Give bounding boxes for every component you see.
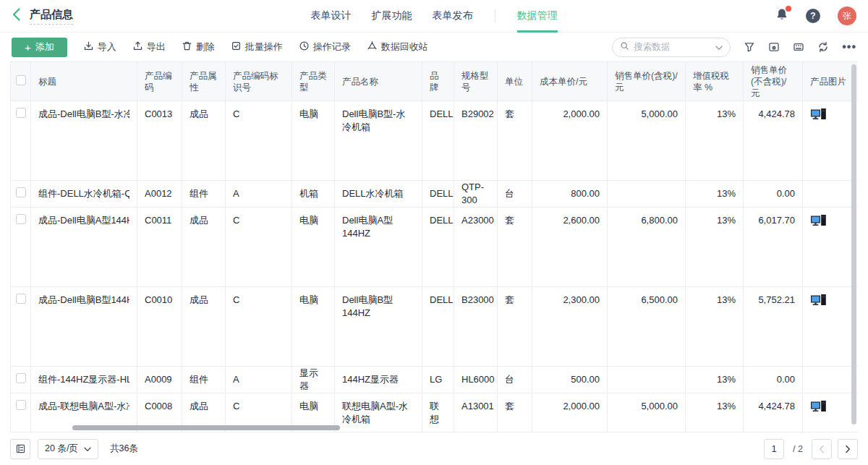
col-header-spec-model: 规格型号 <box>454 62 498 101</box>
more-button[interactable]: ••• <box>842 41 856 53</box>
cell-product-name: 144HZ显示器 <box>335 367 422 393</box>
product-image-thumbnail[interactable] <box>810 294 827 308</box>
plus-icon: + <box>25 42 31 53</box>
col-header-product-image: 产品图片 <box>803 62 859 101</box>
select-all-checkbox[interactable] <box>16 75 26 85</box>
cell-product-type: 电脑 <box>292 101 335 181</box>
topbar-left: 产品信息 <box>12 7 185 25</box>
product-image-thumbnail[interactable] <box>810 108 827 122</box>
pagination-left: 20 条/页 共36条 <box>10 439 138 459</box>
cell-unit: 套 <box>498 208 532 287</box>
notification-badge <box>786 6 791 12</box>
top-bar: 产品信息 表单设计 扩展功能 表单发布 数据管理 ? 张 <box>0 0 868 33</box>
refresh-icon <box>817 41 829 53</box>
refresh-button[interactable] <box>817 41 829 53</box>
filter-button[interactable] <box>744 41 755 53</box>
table-row[interactable]: 组件-144HZ显示器-HL6000 A0009 组件 A 显示器 144HZ显… <box>11 367 859 393</box>
cell-price-excl-tax: 0.00 <box>744 367 803 393</box>
horizontal-scrollbar[interactable] <box>72 425 340 430</box>
cell-cost-price: 2,000.00 <box>532 101 608 181</box>
cell-product-image <box>803 287 859 367</box>
search-dropdown-chevron-icon[interactable] <box>715 40 723 54</box>
clock-icon <box>299 40 310 54</box>
product-image-thumbnail[interactable] <box>810 214 827 229</box>
toolbar-right: ••• <box>612 38 856 57</box>
table-style-button[interactable] <box>793 41 804 53</box>
table-row[interactable]: 组件-DELL水冷机箱-QTP-3... A0012 组件 A 机箱 DELL水… <box>11 181 859 208</box>
chevron-down-icon <box>84 444 91 454</box>
recycle-bin-button[interactable]: 数据回收站 <box>367 40 428 54</box>
cell-price-excl-tax: 5,752.21 <box>744 287 803 367</box>
cell-price-excl-tax: 6,017.70 <box>744 208 803 287</box>
table-row[interactable]: 成品-Dell电脑B型144HZ-B... C0010 成品 C 电脑 Dell… <box>11 287 859 367</box>
col-header-brand: 品牌 <box>422 62 454 101</box>
operation-history-button[interactable]: 操作记录 <box>299 40 351 54</box>
current-page-input[interactable] <box>764 439 784 459</box>
batch-check-icon <box>231 40 242 54</box>
cell-unit: 套 <box>498 393 532 433</box>
row-checkbox[interactable] <box>16 400 26 410</box>
delete-button[interactable]: 删除 <box>182 40 215 54</box>
cell-brand: DELL <box>422 181 454 208</box>
avatar[interactable]: 张 <box>838 7 856 25</box>
table-row[interactable]: 成品-Dell电脑B型-水冷机... C0013 成品 C 电脑 Dell电脑B… <box>11 101 859 181</box>
tab-form-design[interactable]: 表单设计 <box>311 0 352 33</box>
back-button[interactable] <box>12 7 21 25</box>
col-header-unit: 单位 <box>498 62 532 101</box>
add-button[interactable]: + 添加 <box>12 38 67 57</box>
product-image-thumbnail[interactable] <box>810 400 827 414</box>
row-height-settings-button[interactable] <box>10 439 30 459</box>
search-input[interactable] <box>634 42 711 52</box>
page-size-select[interactable]: 20 条/页 <box>38 439 98 459</box>
cell-spec-model: HL6000 <box>454 367 498 393</box>
col-header-vat-rate: 增值税税率 % <box>686 62 744 101</box>
help-button[interactable]: ? <box>806 9 820 23</box>
display-fields-button[interactable] <box>768 41 780 53</box>
cell-product-code: A0009 <box>137 367 182 393</box>
row-checkbox-cell <box>11 393 31 433</box>
row-checkbox[interactable] <box>16 187 26 197</box>
prev-page-button[interactable] <box>812 439 832 459</box>
app-window: 产品信息 表单设计 扩展功能 表单发布 数据管理 ? 张 + 添加 <box>0 0 868 465</box>
pagination-bar: 20 条/页 共36条 / 2 <box>0 432 868 465</box>
row-checkbox-cell <box>11 208 31 287</box>
toolbar: + 添加 导入 导出 删除 批量操作 <box>0 33 868 61</box>
cell-vat-rate: 13% <box>686 181 744 208</box>
table-row[interactable]: 成品-Dell电脑A型144HZ-A... C0011 成品 C 电脑 Dell… <box>11 208 859 287</box>
chevron-left-icon <box>819 445 825 453</box>
total-records-label: 共36条 <box>110 443 138 455</box>
col-header-product-type: 产品类型 <box>292 62 335 101</box>
import-button[interactable]: 导入 <box>83 40 116 54</box>
tab-form-publish[interactable]: 表单发布 <box>433 0 473 33</box>
next-page-button[interactable] <box>838 439 858 459</box>
cell-spec-model: QTP-300 <box>454 181 498 208</box>
tab-divider <box>495 9 495 22</box>
col-header-product-name: 产品名称 <box>335 62 422 101</box>
cell-brand: DELL <box>422 208 454 287</box>
cell-price-excl-tax: 4,424.78 <box>744 101 803 181</box>
cell-product-name: 联想电脑A型-水冷机箱 <box>335 393 422 433</box>
cell-price-incl-tax: 6,800.00 <box>608 208 686 287</box>
row-checkbox[interactable] <box>16 373 26 383</box>
cell-price-incl-tax <box>608 367 686 393</box>
cell-spec-model: B23000 <box>454 287 498 367</box>
data-table: 标题 产品编码 产品属性 产品编码标识号 产品类型 产品名称 品牌 规格型号 单… <box>10 61 858 432</box>
batch-operations-button[interactable]: 批量操作 <box>231 40 283 54</box>
row-checkbox[interactable] <box>16 294 26 304</box>
search-box <box>612 38 731 57</box>
row-checkbox[interactable] <box>16 108 26 118</box>
cell-title: 成品-Dell电脑B型-水冷机... <box>31 101 137 181</box>
cell-unit: 台 <box>498 367 532 393</box>
cell-title: 成品-Dell电脑B型144HZ-B... <box>31 287 137 367</box>
notifications-button[interactable] <box>775 8 788 24</box>
row-checkbox-cell <box>11 367 31 393</box>
vertical-scrollbar[interactable] <box>851 64 856 425</box>
cell-product-attr: 组件 <box>182 367 226 393</box>
export-button[interactable]: 导出 <box>132 40 166 54</box>
card-eye-icon <box>768 41 780 53</box>
tab-extensions[interactable]: 扩展功能 <box>372 0 412 33</box>
row-checkbox[interactable] <box>16 214 26 224</box>
cell-product-code: C0013 <box>137 101 182 181</box>
tab-data-management[interactable]: 数据管理 <box>517 0 558 33</box>
col-header-code-flag: 产品编码标识号 <box>226 62 292 101</box>
